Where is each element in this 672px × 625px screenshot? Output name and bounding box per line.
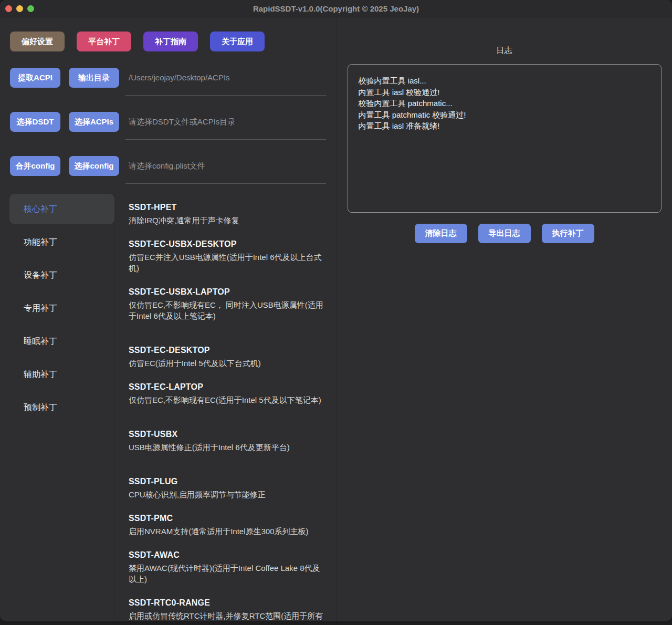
patch-item-ssdt-hpet[interactable]: SSDT-HPET消除IRQ冲突,通常用于声卡修复 [129,203,324,226]
patch-description: 仿冒EC并注入USB电源属性(适用于Intel 6代及以上台式机) [129,252,324,274]
patch-description: CPU核心识别,启用频率调节与节能修正 [129,489,324,500]
form-button-2-0[interactable]: 合并config [10,156,60,176]
minimize-window-button[interactable] [16,5,23,12]
form-field-1[interactable] [125,112,326,140]
log-line-3: 内置工具 patchmatic 校验通过! [359,109,650,121]
patch-item-ssdt-ec-usbx-laptop[interactable]: SSDT-EC-USBX-LAPTOP仅仿冒EC,不影响现有EC， 同时注入US… [129,287,324,321]
log-line-4: 内置工具 iasl 准备就绪! [359,120,650,132]
action-button-row: 清除日志导出日志执行补丁 [415,224,594,243]
patch-item-ssdt-pmc[interactable]: SSDT-PMC启用NVRAM支持(通常适用于Intel原生300系列主板) [129,514,324,537]
patch-title: SSDT-HPET [129,203,324,212]
left-panel: 偏好设置平台补丁补丁指南关于应用 提取ACPI输出目录选择DSDT选择ACPIs… [0,17,336,621]
patch-item-ssdt-ec-laptop[interactable]: SSDT-EC-LAPTOP仅仿冒EC,不影响现有EC(适用于Intel 5代及… [129,382,324,405]
log-panel-title: 日志 [497,46,512,56]
patch-description: 仅仿冒EC,不影响现有EC， 同时注入USB电源属性(适用于Intel 6代及以… [129,299,324,321]
nav-button-0[interactable]: 偏好设置 [10,32,65,51]
nav-button-2[interactable]: 补丁指南 [143,32,198,51]
window-title: RapidSSDT-v1.0.0(Copyright © 2025 JeoJay… [0,4,672,13]
right-panel: 日志 校验内置工具 iasl...内置工具 iasl 校验通过!校验内置工具 p… [336,17,672,621]
form-button-0-1[interactable]: 输出目录 [69,68,119,88]
sidebar-item-3[interactable]: 专用补丁 [9,293,114,324]
patch-item-ssdt-ec-usbx-desktop[interactable]: SSDT-EC-USBX-DESKTOP仿冒EC并注入USB电源属性(适用于In… [129,239,324,274]
sidebar-item-4[interactable]: 睡眠补丁 [9,326,114,357]
patch-title: SSDT-AWAC [129,550,324,560]
action-button-1[interactable]: 导出日志 [478,224,531,243]
sidebar-item-1[interactable]: 功能补丁 [9,227,114,257]
sidebar-item-0[interactable]: 核心补丁 [9,194,114,224]
form-row-0: 提取ACPI输出目录 [10,68,326,96]
patch-description: USB电源属性修正(适用于Intel 6代及更新平台) [129,442,324,453]
sidebar-item-5[interactable]: 辅助补丁 [9,359,114,390]
patch-item-ssdt-awac[interactable]: SSDT-AWAC禁用AWAC(现代计时器)(适用于Intel Coffee L… [129,550,324,585]
patch-title: SSDT-EC-LAPTOP [129,382,324,392]
title-bar: RapidSSDT-v1.0.0(Copyright © 2025 JeoJay… [0,0,672,17]
file-form-area: 提取ACPI输出目录选择DSDT选择ACPIs合并config选择config [10,68,326,184]
patch-description: 启用NVRAM支持(通常适用于Intel原生300系列主板) [129,526,324,537]
patch-section: 核心补丁功能补丁设备补丁专用补丁睡眠补丁辅助补丁预制补丁 SSDT-HPET消除… [0,194,336,621]
close-window-button[interactable] [5,5,12,12]
patch-description: 仅仿冒EC,不影响现有EC(适用于Intel 5代及以下笔记本) [129,394,324,405]
patch-title: SSDT-EC-DESKTOP [129,346,324,355]
patch-description: 禁用AWAC(现代计时器)(适用于Intel Coffee Lake 8代及以上… [129,562,324,585]
form-button-0-0[interactable]: 提取ACPI [10,68,60,88]
log-line-2: 校验内置工具 patchmatic... [359,98,650,109]
patch-description: 消除IRQ冲突,通常用于声卡修复 [129,215,324,226]
form-button-1-1[interactable]: 选择ACPIs [69,112,119,132]
form-button-2-1[interactable]: 选择config [69,156,119,176]
patch-item-ssdt-plug[interactable]: SSDT-PLUGCPU核心识别,启用频率调节与节能修正 [129,477,324,500]
sidebar-item-6[interactable]: 预制补丁 [9,392,114,423]
traffic-lights [5,5,34,12]
main-content: 偏好设置平台补丁补丁指南关于应用 提取ACPI输出目录选择DSDT选择ACPIs… [0,17,672,621]
zoom-window-button[interactable] [27,5,34,12]
patch-title: SSDT-PMC [129,514,324,523]
action-button-0[interactable]: 清除日志 [415,224,467,243]
patch-title: SSDT-USBX [129,430,324,439]
form-button-1-0[interactable]: 选择DSDT [10,112,60,132]
patch-description: 仿冒EC(适用于Intel 5代及以下台式机) [129,358,324,369]
form-row-2: 合并config选择config [10,156,326,184]
action-button-2[interactable]: 执行补丁 [542,224,594,243]
patch-title: SSDT-EC-USBX-LAPTOP [129,287,324,297]
patch-title: SSDT-RTC0-RANGE [129,598,324,608]
nav-button-1[interactable]: 平台补丁 [77,32,131,51]
log-output-box: 校验内置工具 iasl...内置工具 iasl 校验通过!校验内置工具 patc… [348,64,662,213]
patch-title: SSDT-PLUG [129,477,324,486]
form-row-1: 选择DSDT选择ACPIs [10,112,326,140]
patch-item-ssdt-ec-desktop[interactable]: SSDT-EC-DESKTOP仿冒EC(适用于Intel 5代及以下台式机) [129,346,324,369]
nav-button-row: 偏好设置平台补丁补丁指南关于应用 [10,32,336,51]
log-line-1: 内置工具 iasl 校验通过! [359,87,650,98]
nav-button-3[interactable]: 关于应用 [210,32,265,51]
form-field-0[interactable] [125,68,326,96]
app-window: RapidSSDT-v1.0.0(Copyright © 2025 JeoJay… [0,0,672,621]
log-line-0: 校验内置工具 iasl... [359,75,650,87]
patch-description: 启用或仿冒传统RTC计时器,并修复RTC范围(适用于所有原生X99(C612)和… [129,610,324,621]
patch-category-sidebar: 核心补丁功能补丁设备补丁专用补丁睡眠补丁辅助补丁预制补丁 [0,194,114,621]
patch-item-ssdt-rtc0-range[interactable]: SSDT-RTC0-RANGE启用或仿冒传统RTC计时器,并修复RTC范围(适用… [129,598,324,621]
patch-item-ssdt-usbx[interactable]: SSDT-USBXUSB电源属性修正(适用于Intel 6代及更新平台) [129,430,324,453]
sidebar-item-2[interactable]: 设备补丁 [9,260,114,290]
patch-list: SSDT-HPET消除IRQ冲突,通常用于声卡修复SSDT-EC-USBX-DE… [114,194,336,621]
form-field-2[interactable] [125,156,326,184]
patch-title: SSDT-EC-USBX-DESKTOP [129,239,324,249]
